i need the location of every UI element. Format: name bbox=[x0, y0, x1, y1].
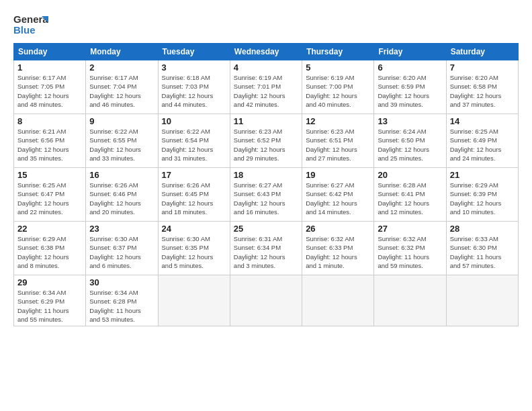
day-number: 10 bbox=[162, 116, 226, 126]
calendar-cell: 5Sunrise: 6:19 AMSunset: 7:00 PMDaylight… bbox=[302, 60, 374, 114]
day-info: Sunrise: 6:17 AMSunset: 7:04 PMDaylight:… bbox=[89, 73, 154, 109]
calendar-cell: 15Sunrise: 6:25 AMSunset: 6:47 PMDayligh… bbox=[14, 168, 86, 222]
dow-header-friday: Friday bbox=[374, 44, 446, 60]
day-info: Sunrise: 6:31 AMSunset: 6:34 PMDaylight:… bbox=[234, 234, 298, 270]
calendar-cell: 30Sunrise: 6:34 AMSunset: 6:28 PMDayligh… bbox=[86, 275, 158, 326]
day-info: Sunrise: 6:20 AMSunset: 6:59 PMDaylight:… bbox=[378, 73, 442, 109]
day-info: Sunrise: 6:28 AMSunset: 6:41 PMDaylight:… bbox=[378, 181, 442, 216]
calendar-cell bbox=[374, 275, 446, 326]
day-number: 11 bbox=[234, 116, 298, 126]
day-number: 8 bbox=[17, 116, 82, 126]
day-info: Sunrise: 6:22 AMSunset: 6:55 PMDaylight:… bbox=[89, 127, 154, 163]
calendar-cell: 18Sunrise: 6:27 AMSunset: 6:43 PMDayligh… bbox=[230, 168, 302, 222]
calendar-cell: 23Sunrise: 6:30 AMSunset: 6:37 PMDayligh… bbox=[86, 222, 158, 275]
calendar-cell: 6Sunrise: 6:20 AMSunset: 6:59 PMDaylight… bbox=[374, 60, 446, 114]
day-number: 16 bbox=[89, 170, 154, 180]
day-number: 14 bbox=[450, 116, 515, 126]
day-number: 20 bbox=[378, 170, 442, 180]
dow-header-saturday: Saturday bbox=[446, 44, 518, 60]
calendar-cell: 1Sunrise: 6:17 AMSunset: 7:05 PMDaylight… bbox=[14, 60, 86, 114]
logo: General Blue bbox=[13, 11, 48, 38]
day-number: 9 bbox=[89, 116, 154, 126]
day-info: Sunrise: 6:27 AMSunset: 6:43 PMDaylight:… bbox=[234, 181, 298, 216]
day-info: Sunrise: 6:33 AMSunset: 6:30 PMDaylight:… bbox=[450, 234, 515, 270]
day-info: Sunrise: 6:23 AMSunset: 6:52 PMDaylight:… bbox=[234, 127, 298, 163]
day-info: Sunrise: 6:26 AMSunset: 6:45 PMDaylight:… bbox=[162, 181, 226, 216]
calendar-cell: 25Sunrise: 6:31 AMSunset: 6:34 PMDayligh… bbox=[230, 222, 302, 275]
calendar-cell: 27Sunrise: 6:32 AMSunset: 6:32 PMDayligh… bbox=[374, 222, 446, 275]
day-number: 3 bbox=[162, 62, 226, 73]
calendar-cell bbox=[446, 275, 518, 326]
calendar-cell bbox=[158, 275, 230, 326]
calendar-cell: 7Sunrise: 6:20 AMSunset: 6:58 PMDaylight… bbox=[446, 60, 518, 114]
day-number: 28 bbox=[450, 224, 515, 234]
day-number: 27 bbox=[378, 224, 442, 234]
day-number: 23 bbox=[89, 224, 154, 234]
day-info: Sunrise: 6:34 AMSunset: 6:29 PMDaylight:… bbox=[17, 288, 82, 324]
calendar-cell: 13Sunrise: 6:24 AMSunset: 6:50 PMDayligh… bbox=[374, 114, 446, 168]
day-info: Sunrise: 6:25 AMSunset: 6:47 PMDaylight:… bbox=[17, 181, 82, 216]
day-info: Sunrise: 6:27 AMSunset: 6:42 PMDaylight:… bbox=[306, 181, 370, 216]
day-info: Sunrise: 6:22 AMSunset: 6:54 PMDaylight:… bbox=[162, 127, 226, 163]
day-info: Sunrise: 6:32 AMSunset: 6:32 PMDaylight:… bbox=[378, 234, 442, 270]
calendar-cell: 2Sunrise: 6:17 AMSunset: 7:04 PMDaylight… bbox=[86, 60, 158, 114]
day-info: Sunrise: 6:29 AMSunset: 6:39 PMDaylight:… bbox=[450, 181, 515, 216]
day-number: 4 bbox=[234, 62, 298, 73]
day-info: Sunrise: 6:32 AMSunset: 6:33 PMDaylight:… bbox=[306, 234, 370, 270]
header: General Blue bbox=[13, 11, 519, 38]
calendar-cell bbox=[230, 275, 302, 326]
calendar-cell: 4Sunrise: 6:19 AMSunset: 7:01 PMDaylight… bbox=[230, 60, 302, 114]
day-info: Sunrise: 6:18 AMSunset: 7:03 PMDaylight:… bbox=[162, 73, 226, 109]
day-number: 13 bbox=[378, 116, 442, 126]
calendar-cell: 24Sunrise: 6:30 AMSunset: 6:35 PMDayligh… bbox=[158, 222, 230, 275]
day-number: 25 bbox=[234, 224, 298, 234]
calendar-cell bbox=[302, 275, 374, 326]
calendar-cell: 17Sunrise: 6:26 AMSunset: 6:45 PMDayligh… bbox=[158, 168, 230, 222]
calendar-cell: 16Sunrise: 6:26 AMSunset: 6:46 PMDayligh… bbox=[86, 168, 158, 222]
day-number: 2 bbox=[89, 62, 154, 73]
day-number: 1 bbox=[17, 62, 82, 73]
day-number: 12 bbox=[306, 116, 370, 126]
day-number: 17 bbox=[162, 170, 226, 180]
dow-header-monday: Monday bbox=[86, 44, 158, 60]
day-number: 21 bbox=[450, 170, 515, 180]
calendar-cell: 10Sunrise: 6:22 AMSunset: 6:54 PMDayligh… bbox=[158, 114, 230, 168]
day-info: Sunrise: 6:26 AMSunset: 6:46 PMDaylight:… bbox=[89, 181, 154, 216]
day-number: 7 bbox=[450, 62, 515, 73]
dow-header-sunday: Sunday bbox=[14, 44, 86, 60]
calendar-cell: 11Sunrise: 6:23 AMSunset: 6:52 PMDayligh… bbox=[230, 114, 302, 168]
day-number: 19 bbox=[306, 170, 370, 180]
calendar-cell: 28Sunrise: 6:33 AMSunset: 6:30 PMDayligh… bbox=[446, 222, 518, 275]
dow-header-tuesday: Tuesday bbox=[158, 44, 230, 60]
dow-header-wednesday: Wednesday bbox=[230, 44, 302, 60]
calendar-cell: 22Sunrise: 6:29 AMSunset: 6:38 PMDayligh… bbox=[14, 222, 86, 275]
day-info: Sunrise: 6:30 AMSunset: 6:37 PMDaylight:… bbox=[89, 234, 154, 270]
calendar-cell: 12Sunrise: 6:23 AMSunset: 6:51 PMDayligh… bbox=[302, 114, 374, 168]
day-info: Sunrise: 6:25 AMSunset: 6:49 PMDaylight:… bbox=[450, 127, 515, 163]
day-number: 5 bbox=[306, 62, 370, 73]
calendar-table: SundayMondayTuesdayWednesdayThursdayFrid… bbox=[13, 43, 519, 326]
calendar-cell: 8Sunrise: 6:21 AMSunset: 6:56 PMDaylight… bbox=[14, 114, 86, 168]
calendar-cell: 20Sunrise: 6:28 AMSunset: 6:41 PMDayligh… bbox=[374, 168, 446, 222]
calendar-cell: 29Sunrise: 6:34 AMSunset: 6:29 PMDayligh… bbox=[14, 275, 86, 326]
day-number: 30 bbox=[89, 277, 154, 287]
day-number: 18 bbox=[234, 170, 298, 180]
day-number: 15 bbox=[17, 170, 82, 180]
calendar-cell: 21Sunrise: 6:29 AMSunset: 6:39 PMDayligh… bbox=[446, 168, 518, 222]
calendar-cell: 19Sunrise: 6:27 AMSunset: 6:42 PMDayligh… bbox=[302, 168, 374, 222]
day-info: Sunrise: 6:23 AMSunset: 6:51 PMDaylight:… bbox=[306, 127, 370, 163]
day-info: Sunrise: 6:29 AMSunset: 6:38 PMDaylight:… bbox=[17, 234, 82, 270]
day-number: 6 bbox=[378, 62, 442, 73]
day-info: Sunrise: 6:17 AMSunset: 7:05 PMDaylight:… bbox=[17, 73, 82, 109]
day-info: Sunrise: 6:24 AMSunset: 6:50 PMDaylight:… bbox=[378, 127, 442, 163]
svg-text:General: General bbox=[13, 13, 48, 25]
day-number: 22 bbox=[17, 224, 82, 234]
calendar-cell: 3Sunrise: 6:18 AMSunset: 7:03 PMDaylight… bbox=[158, 60, 230, 114]
calendar-cell: 9Sunrise: 6:22 AMSunset: 6:55 PMDaylight… bbox=[86, 114, 158, 168]
day-number: 26 bbox=[306, 224, 370, 234]
dow-header-thursday: Thursday bbox=[302, 44, 374, 60]
day-info: Sunrise: 6:30 AMSunset: 6:35 PMDaylight:… bbox=[162, 234, 226, 270]
day-info: Sunrise: 6:20 AMSunset: 6:58 PMDaylight:… bbox=[450, 73, 515, 109]
day-info: Sunrise: 6:19 AMSunset: 7:01 PMDaylight:… bbox=[234, 73, 298, 109]
day-number: 24 bbox=[162, 224, 226, 234]
